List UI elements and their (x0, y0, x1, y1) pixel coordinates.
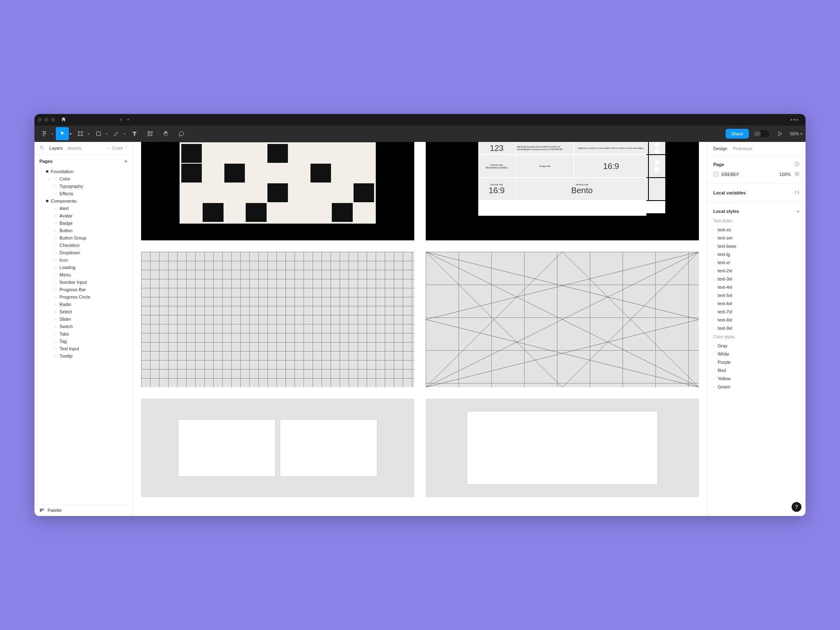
add-page-button[interactable]: + (124, 158, 128, 164)
layer-item[interactable]: →Alert (34, 205, 132, 212)
add-style-button[interactable]: + (797, 208, 800, 215)
layer-item[interactable]: →Progress Circle (34, 293, 132, 301)
layer-item[interactable]: →Avatar (34, 212, 132, 219)
text-style-item[interactable]: ◦text-base (713, 242, 800, 250)
background-color[interactable]: EBEBEF (713, 171, 739, 177)
layer-item[interactable]: →Typography (34, 183, 132, 190)
text-style-item[interactable]: ◦text-4xl (713, 283, 800, 291)
layer-item[interactable]: →Radio (34, 301, 132, 308)
tab-layers[interactable]: Layers (49, 146, 63, 151)
traffic-lights[interactable] (38, 118, 55, 122)
text-style-item[interactable]: ◦text-9xl (713, 324, 800, 332)
text-style-item[interactable]: ◦text-8xl (713, 316, 800, 324)
visibility-icon[interactable] (794, 171, 800, 178)
export-icon[interactable] (794, 161, 800, 168)
layer-item[interactable]: →Badge (34, 219, 132, 227)
variables-settings-icon[interactable] (794, 189, 800, 196)
layer-item[interactable]: →Button Group (34, 234, 132, 242)
text-style-item[interactable]: ◦text-5xl (713, 291, 800, 299)
right-panel-tabs: Design Prototype (708, 142, 806, 155)
palette-footer[interactable]: Palette (34, 504, 132, 516)
svg-rect-4 (43, 135, 44, 137)
frame-bento[interactable]: 123 ABCDEFGHIJKLMNOPQRSTUVWXYZ abcdefghi… (426, 142, 699, 240)
frame-layout-spec[interactable] (426, 399, 699, 497)
canvas[interactable]: 123 ABCDEFGHIJKLMNOPQRSTUVWXYZ abcdefghi… (133, 142, 707, 516)
color-style-item[interactable]: ›Red (713, 366, 800, 374)
text-style-item[interactable]: ◦text-3xl (713, 275, 800, 283)
tab-add-button[interactable]: + (127, 117, 130, 123)
toolbar: ▾ ▾ ▾ ▾ ▾ Share </> (34, 126, 806, 142)
frame-diagonal-grid[interactable] (426, 252, 699, 387)
tab-close-button[interactable]: × (120, 117, 123, 123)
home-icon[interactable] (61, 116, 66, 123)
overflow-menu[interactable]: ••• (790, 116, 799, 123)
resources-tool[interactable] (144, 127, 157, 140)
frame-tool[interactable] (74, 127, 87, 140)
frame-wireframe-columns[interactable] (141, 399, 414, 497)
layer-item[interactable]: →Tabs (34, 330, 132, 338)
layer-item[interactable]: →Text Input (34, 345, 132, 352)
text-style-item[interactable]: ◦text-lg (713, 250, 800, 258)
local-variables-label: Local variables (713, 190, 746, 195)
left-panel: Layers Assets → Color ⌃ Pages + Foundati… (34, 142, 133, 516)
shape-tool[interactable] (92, 127, 105, 140)
help-button[interactable]: ? (792, 502, 801, 512)
search-icon[interactable] (39, 145, 44, 151)
svg-point-33 (798, 193, 799, 194)
svg-point-13 (40, 146, 43, 148)
color-style-item[interactable]: ›White (713, 350, 800, 358)
text-style-item[interactable]: ◦text-2xl (713, 267, 800, 275)
hand-tool[interactable] (159, 127, 172, 140)
tab-assets[interactable]: Assets (68, 146, 81, 151)
text-style-item[interactable]: ◦text-7xl (713, 308, 800, 316)
page-selector[interactable]: → Color ⌃ (106, 146, 128, 151)
layer-item[interactable]: →Effects (34, 190, 132, 197)
color-style-item[interactable]: ›Purple (713, 358, 800, 366)
app-window: × + ••• ▾ ▾ ▾ ▾ ▾ (34, 114, 806, 516)
local-styles-label: Local styles (713, 209, 739, 214)
figma-menu-icon[interactable] (38, 127, 51, 140)
comment-tool[interactable] (175, 127, 188, 140)
tab-design[interactable]: Design (713, 146, 727, 151)
zoom-control[interactable]: 50%▾ (790, 131, 802, 136)
dev-mode-toggle[interactable]: </> (752, 129, 770, 138)
layer-item[interactable]: →Tag (34, 338, 132, 345)
text-style-item[interactable]: ◦text-sm (713, 234, 800, 242)
layer-item[interactable]: ⌄→Color (34, 175, 132, 183)
color-style-item[interactable]: ›Green (713, 383, 800, 391)
color-style-item[interactable]: ›Yellow (713, 374, 800, 383)
layer-item[interactable]: Foundation (34, 168, 132, 175)
layer-item[interactable]: →Dropdown (34, 249, 132, 256)
move-tool[interactable] (56, 127, 69, 140)
layer-item[interactable]: →Select (34, 308, 132, 315)
svg-point-32 (795, 191, 796, 192)
svg-rect-2 (43, 133, 44, 135)
text-tool[interactable] (128, 127, 141, 140)
tab-prototype[interactable]: Prototype (733, 146, 752, 151)
layer-item[interactable]: →Number Input (34, 278, 132, 286)
layer-item[interactable]: →Menu (34, 271, 132, 278)
svg-rect-9 (96, 132, 100, 135)
text-style-item[interactable]: ◦text-xs (713, 226, 800, 234)
layer-item[interactable]: →Switch (34, 323, 132, 330)
panel-tabs: Layers Assets → Color ⌃ (34, 142, 132, 155)
frame-fine-grid[interactable] (141, 252, 414, 387)
present-button[interactable] (774, 127, 787, 140)
frame-bw-grid[interactable] (141, 142, 414, 240)
layer-item[interactable]: →Tooltip (34, 352, 132, 360)
text-style-item[interactable]: ◦text-xl (713, 258, 800, 267)
layer-item[interactable]: →Checkbox (34, 242, 132, 249)
svg-line-14 (43, 148, 44, 150)
layer-item[interactable]: →Icon (34, 256, 132, 264)
opacity-value[interactable]: 100% (779, 172, 791, 177)
text-style-item[interactable]: ◦text-6xl (713, 299, 800, 308)
color-style-item[interactable]: ›Gray (713, 342, 800, 350)
svg-rect-15 (40, 509, 41, 512)
pen-tool[interactable] (110, 127, 123, 140)
layer-item[interactable]: →Button (34, 227, 132, 234)
layer-item[interactable]: →Progress Bar (34, 286, 132, 293)
layer-item[interactable]: →Slider (34, 315, 132, 323)
share-button[interactable]: Share (726, 129, 749, 139)
layer-item[interactable]: →Loading (34, 264, 132, 271)
layer-item[interactable]: Components (34, 197, 132, 205)
